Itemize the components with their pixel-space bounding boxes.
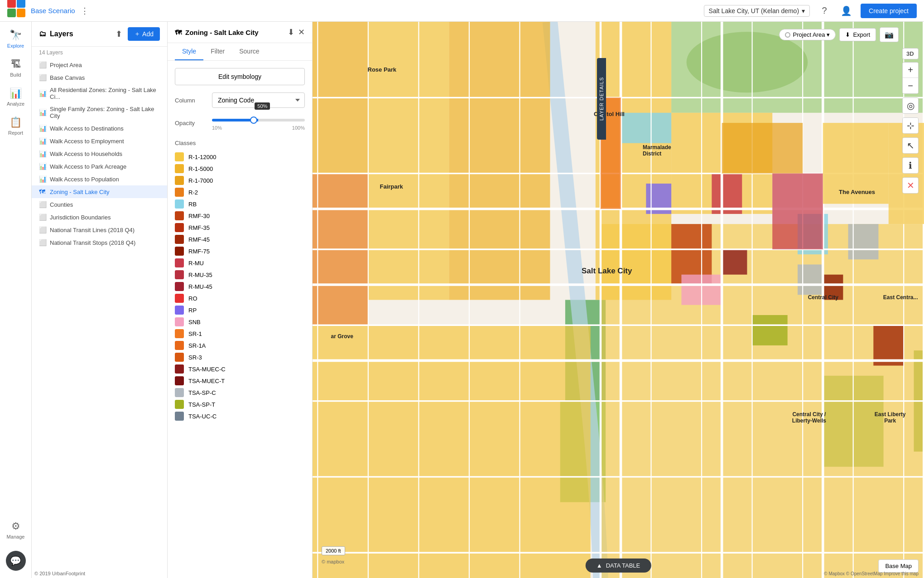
pan-button[interactable]: ⊹ <box>903 118 918 133</box>
more-options-button[interactable]: ⋮ <box>81 6 89 16</box>
nav-item-report[interactable]: 📋 Report <box>2 112 29 140</box>
transit-stops-icon: ⬜ <box>39 239 46 246</box>
panel-download-button[interactable]: ⬇ <box>288 27 294 37</box>
layer-details-strip[interactable]: LAYER DETAILS <box>597 58 606 140</box>
panel-tabs: Style Filter Source <box>168 43 312 61</box>
layer-item-counties[interactable]: ⬜ Counties <box>32 198 167 211</box>
map-area[interactable]: LAYER DETAILS Project Area ▾ ⬇ Export 📷 … <box>313 22 924 578</box>
info-controls: ℹ <box>902 157 919 174</box>
class-swatch <box>175 317 184 326</box>
3d-button[interactable]: 3D <box>902 48 919 59</box>
class-item-tsa-muec-t: TSA-MUEC-T <box>175 375 305 387</box>
layer-item-all-residential[interactable]: 📊 All Residential Zones: Zoning - Salt L… <box>32 84 167 103</box>
class-swatch <box>175 176 184 185</box>
nav-item-build[interactable]: 🏗 Build <box>2 54 29 82</box>
class-item-sr-1: SR-1 <box>175 328 305 340</box>
user-account-button[interactable]: 👤 <box>839 4 853 18</box>
layer-item-single-family[interactable]: 📊 Single Family Zones: Zoning - Salt Lak… <box>32 103 167 122</box>
svg-rect-10 <box>368 22 449 300</box>
layer-label-all-residential: All Residential Zones: Zoning - Salt Lak… <box>50 87 160 100</box>
layer-label-walk-park: Walk Access to Park Acreage <box>50 163 126 170</box>
data-table-label: DATA TABLE <box>606 562 640 569</box>
layer-list: ⬜ Project Area ⬜ Base Canvas 📊 All Resid… <box>32 58 167 578</box>
data-table-button[interactable]: ▲ DATA TABLE <box>586 559 651 573</box>
info-button[interactable]: ℹ <box>903 158 918 173</box>
layer-item-walk-destinations[interactable]: 📊 Walk Access to Destinations <box>32 122 167 135</box>
project-area-chevron: ▾ <box>827 31 830 38</box>
close-controls: ✕ <box>902 177 919 194</box>
class-code: R-MU-35 <box>188 272 212 278</box>
project-area-button[interactable]: Project Area ▾ <box>779 29 836 40</box>
add-label: Add <box>142 30 154 38</box>
basemap-button[interactable]: Base Map <box>878 559 919 573</box>
chevron-down-icon: ▾ <box>802 7 805 15</box>
svg-rect-57 <box>772 174 823 249</box>
class-swatch <box>175 247 184 256</box>
export-icon: ⬇ <box>845 31 850 38</box>
panel-content: Edit symbology Column Zoning Code Opacit… <box>168 61 312 578</box>
layer-item-base-canvas[interactable]: ⬜ Base Canvas <box>32 71 167 84</box>
help-button[interactable]: ? <box>817 4 832 18</box>
layers-actions: ⬆ ＋ Add <box>114 27 160 41</box>
layer-item-walk-employment[interactable]: 📊 Walk Access to Employment <box>32 135 167 147</box>
class-item-rmf-30: RMF-30 <box>175 210 305 222</box>
class-item-sr-3: SR-3 <box>175 351 305 363</box>
class-swatch <box>175 282 184 291</box>
cursor-button[interactable]: ↖ <box>903 138 918 153</box>
class-swatch <box>175 188 184 197</box>
class-item-sr-1a: SR-1A <box>175 340 305 351</box>
create-project-button[interactable]: Create project <box>861 4 917 18</box>
upload-layer-button[interactable]: ⬆ <box>114 27 124 41</box>
chat-button[interactable]: 💬 <box>6 551 26 571</box>
nav-label-analyze: Analyze <box>7 101 24 107</box>
nav-item-analyze[interactable]: 📊 Analyze <box>2 83 29 111</box>
map-close-button[interactable]: ✕ <box>903 178 918 193</box>
zoom-out-button[interactable]: − <box>903 78 918 93</box>
all-residential-layer-icon: 📊 <box>39 90 46 97</box>
class-code: R-MU-45 <box>188 283 212 290</box>
walk-park-icon: 📊 <box>39 163 46 170</box>
nav-label-explore: Explore <box>7 43 24 49</box>
manage-icon: ⚙ <box>11 520 20 532</box>
layer-item-walk-households[interactable]: 📊 Walk Access to Households <box>32 147 167 160</box>
layer-item-transit-stops[interactable]: ⬜ National Transit Stops (2018 Q4) <box>32 236 167 249</box>
tab-filter[interactable]: Filter <box>203 43 232 60</box>
layer-item-zoning-slc[interactable]: 🗺 Zoning - Salt Lake City <box>32 185 167 198</box>
class-swatch <box>175 388 184 397</box>
zoom-in-button[interactable]: + <box>903 63 918 78</box>
class-swatch <box>175 235 184 244</box>
layer-label-transit-stops: National Transit Stops (2018 Q4) <box>50 239 135 246</box>
camera-button[interactable]: 📷 <box>880 27 899 42</box>
panel-close-button[interactable]: ✕ <box>298 27 305 37</box>
walk-employment-icon: 📊 <box>39 137 46 145</box>
nav-item-manage[interactable]: ⚙ Manage <box>2 516 29 544</box>
export-button[interactable]: ⬇ Export <box>839 28 876 41</box>
project-area-circle-icon <box>785 32 790 38</box>
opacity-slider[interactable] <box>212 119 305 121</box>
tab-source[interactable]: Source <box>232 43 266 60</box>
class-item-r-1-5000: R-1-5000 <box>175 163 305 175</box>
layer-item-walk-population[interactable]: 📊 Walk Access to Population <box>32 173 167 185</box>
layer-item-jurisdiction[interactable]: ⬜ Jurisdiction Boundaries <box>32 211 167 223</box>
nav-item-explore[interactable]: 🔭 Explore <box>2 25 29 53</box>
tab-style[interactable]: Style <box>175 43 203 60</box>
layer-label-walk-destinations: Walk Access to Destinations <box>50 125 124 132</box>
add-layer-button[interactable]: ＋ Add <box>128 27 160 41</box>
edit-symbology-button[interactable]: Edit symbology <box>175 68 305 85</box>
compass-button[interactable]: ◎ <box>903 98 918 113</box>
class-swatch <box>175 400 184 409</box>
class-code: RMF-30 <box>188 213 210 219</box>
layers-title-text: Layers <box>50 30 73 38</box>
zoom-controls: + − <box>902 62 919 94</box>
location-selector[interactable]: Salt Lake City, UT (Kelan demo) ▾ <box>704 5 810 17</box>
layer-item-transit-lines[interactable]: ⬜ National Transit Lines (2018 Q4) <box>32 223 167 236</box>
class-code: TSA-SP-T <box>188 401 215 408</box>
base-canvas-layer-icon: ⬜ <box>39 74 46 81</box>
analyze-icon: 📊 <box>10 87 22 99</box>
layer-item-project-area[interactable]: ⬜ Project Area <box>32 58 167 71</box>
class-code: RMF-35 <box>188 224 210 231</box>
layer-item-walk-park[interactable]: 📊 Walk Access to Park Acreage <box>32 160 167 173</box>
class-swatch <box>175 199 184 209</box>
map-svg <box>313 22 924 578</box>
style-panel-map-icon: 🗺 <box>175 29 182 36</box>
